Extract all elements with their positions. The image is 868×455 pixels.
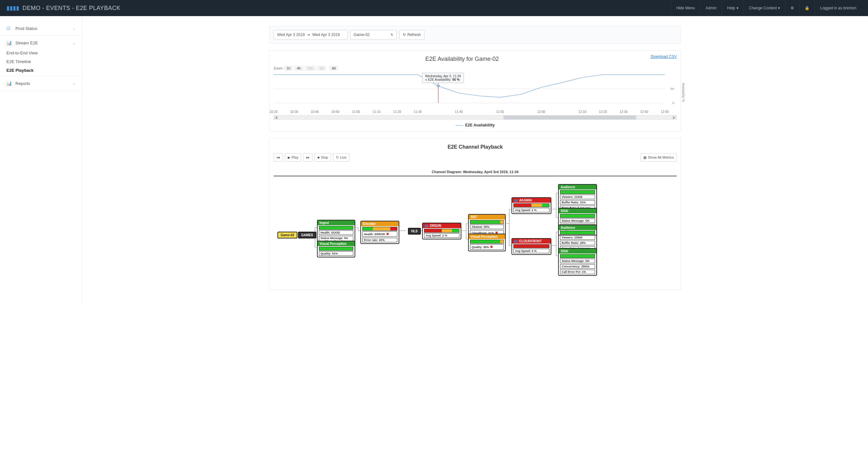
x-tick: 12:00: [537, 110, 545, 114]
chart-scrollbar[interactable]: ◀ ▶: [274, 115, 677, 120]
x-tick: 10:30: [290, 110, 298, 114]
sidebar-prod-status[interactable]: ☑Prod Status ⌄: [0, 23, 82, 34]
step-forward-button[interactable]: ⏭: [303, 153, 312, 162]
chevron-down-icon: ⌄: [73, 26, 75, 31]
step-back-icon: ⏮: [277, 155, 280, 159]
gear-icon: ⚙: [790, 6, 794, 10]
node-game[interactable]: Game-02: [277, 232, 298, 238]
topnav: ▮▮▮▮ DEMO - EVENTS - E2E PLAYBACK Hide M…: [0, 0, 868, 16]
lock-button[interactable]: 🔒: [799, 0, 815, 16]
node-games-hub[interactable]: GAMES: [298, 232, 316, 238]
step-back-button[interactable]: ⏮: [274, 153, 283, 162]
help-menu[interactable]: Help▾: [722, 0, 744, 16]
zoom-12h-button[interactable]: 12h: [305, 66, 316, 71]
play-button[interactable]: ▶Play: [285, 153, 301, 162]
toolbar-panel: Wed Apr 3 2019 ⇒ Wed Apr 3 2019 Game-02⇅…: [270, 26, 681, 44]
select-caret-icon: ⇅: [391, 33, 393, 36]
diagram-caption: Channel Diagram: Wednesday, April 3rd 20…: [274, 170, 677, 174]
ingest-health: Health: GOOD: [319, 230, 353, 235]
scroll-right-button[interactable]: ▶: [672, 115, 676, 119]
zoom-4h-button[interactable]: 4h: [294, 66, 303, 71]
sidebar: ☑Prod Status ⌄ 📊Stream E2E ⌄ End-to-End …: [0, 16, 82, 306]
x-tick: 12:50: [661, 110, 669, 114]
chevron-down-icon: ⌄: [73, 41, 75, 45]
node-encoder[interactable]: Encoder Health: ERROR✖ Error rate: 20%: [361, 221, 399, 244]
playback-panel: E2E Channel Playback ⏮ ▶Play ⏭ ■Stop ↻Li…: [270, 138, 681, 290]
zoom-all-button[interactable]: All: [329, 66, 338, 71]
node-cloudfront[interactable]: ▮▮CLOUDFRONT Avg Speed: 0 %: [512, 238, 551, 255]
admin-link[interactable]: Admin: [700, 0, 722, 16]
aud1-viewers: Viewers: 21949: [560, 195, 595, 199]
ssai2-sm: Status Message: OK: [560, 259, 595, 263]
srt-akamai: Akamai: 55%: [470, 225, 504, 229]
refresh-icon: ↻: [336, 155, 339, 160]
chart-tooltip: Wednesday, Apr 3, 11:34 ● E2E Availabili…: [422, 73, 464, 83]
sidebar-e2e-timeline[interactable]: E2E Timeline: [0, 57, 82, 66]
x-tick: 11:50: [496, 110, 504, 114]
live-button[interactable]: ↻Live: [333, 153, 349, 162]
node-hls[interactable]: HLS: [408, 228, 421, 234]
ssai1-sm: Status Message: OK: [560, 219, 595, 223]
node-visual-perception-1[interactable]: Visual Perception Quality: 81%: [317, 241, 355, 257]
x-tick: 11:20: [393, 110, 401, 114]
zoom-1h-button[interactable]: 1h: [284, 66, 293, 71]
chart-icon: 📊: [6, 81, 11, 86]
sidebar-reports[interactable]: 📊Reports ⌄: [0, 78, 82, 89]
show-all-metrics-button[interactable]: ▦Show All Metrics: [641, 153, 677, 162]
x-tick: 11:40: [455, 110, 463, 114]
ssai2-conc: Concurrency: 25624: [560, 264, 595, 269]
node-origin[interactable]: ▮▮ORIGIN Avg Speed: 2 %: [422, 223, 461, 239]
stop-button[interactable]: ■Stop: [314, 153, 331, 162]
cloudfront-avg: Avg Speed: 0 %: [514, 249, 550, 253]
node-visual-perception-2[interactable]: Visual Perception Quality: 36%✖: [468, 234, 506, 251]
hide-menu-button[interactable]: Hide Menu: [671, 0, 700, 16]
bars-icon: ▮▮▮▮: [6, 4, 19, 11]
ssai2-cep: Call Error Pct: 1%: [560, 269, 595, 274]
change-context-menu[interactable]: Change Context▾: [744, 0, 785, 16]
sidebar-end-to-end-view[interactable]: End-to-End View: [0, 49, 82, 57]
scroll-left-button[interactable]: ◀: [274, 115, 278, 119]
sidebar-e2e-playback[interactable]: E2E Playback: [0, 66, 82, 75]
akamai-avg: Avg Speed: 2 %: [514, 208, 550, 212]
refresh-icon: ↻: [403, 32, 406, 37]
x-tick: 12:20: [599, 110, 607, 114]
origin-avg: Avg Speed: 2 %: [424, 233, 459, 238]
scroll-thumb[interactable]: [503, 115, 636, 119]
caret-down-icon: ▾: [737, 6, 739, 10]
aud2-br: Buffer Ratio: 28%: [560, 241, 595, 245]
svg-text:50: 50: [670, 87, 675, 90]
error-x-icon: ✖: [386, 232, 389, 236]
check-icon: ☑: [6, 26, 11, 31]
brand-title: DEMO - EVENTS - E2E PLAYBACK: [23, 5, 121, 11]
chart-panel: Download CSV E2E Availability for Game-0…: [270, 50, 681, 132]
x-tick: 10:40: [311, 110, 319, 114]
x-tick: 11:00: [352, 110, 360, 114]
caret-down-icon: ▾: [778, 6, 780, 10]
x-tick: 10:50: [332, 110, 340, 114]
error-x-icon: ✖: [490, 245, 493, 249]
sidebar-stream-e2e[interactable]: 📊Stream E2E ⌄: [0, 37, 82, 49]
availability-chart[interactable]: 050 Availability % Wednesday, Apr 3, 11:…: [274, 74, 677, 109]
svg-text:0: 0: [672, 102, 675, 105]
settings-button[interactable]: ⚙: [785, 0, 799, 16]
chart-icon: 📊: [6, 40, 11, 46]
date-range-input[interactable]: Wed Apr 3 2019 ⇒ Wed Apr 3 2019: [274, 30, 347, 39]
x-tick: 11:30: [414, 110, 422, 114]
zoom-controls: Zoom 1h 4h 12h 1d All: [274, 66, 677, 71]
zoom-1d-button[interactable]: 1d: [317, 66, 326, 71]
download-csv-link[interactable]: Download CSV: [651, 54, 677, 59]
x-tick: 11:10: [373, 110, 381, 114]
node-ssai-2[interactable]: SSAI Status Message: OK Concurrency: 256…: [558, 248, 597, 276]
grid-icon: ▦: [643, 155, 647, 160]
aud2-viewers: Viewers: 23598: [560, 235, 595, 240]
zoom-label: Zoom: [274, 66, 283, 70]
chart-icon: ▮▮: [425, 224, 429, 227]
chart-icon: ▮▮: [514, 239, 518, 243]
game-select[interactable]: Game-02⇅: [350, 30, 397, 39]
chevron-down-icon: ⌄: [73, 81, 75, 86]
playback-title: E2E Channel Playback: [274, 144, 677, 150]
x-tick: 10:20: [270, 110, 277, 114]
x-tick: 12:40: [640, 110, 648, 114]
node-akamai[interactable]: ▮▮AKAMAI Avg Speed: 2 %: [512, 197, 551, 214]
refresh-button[interactable]: ↻Refresh: [399, 30, 424, 39]
